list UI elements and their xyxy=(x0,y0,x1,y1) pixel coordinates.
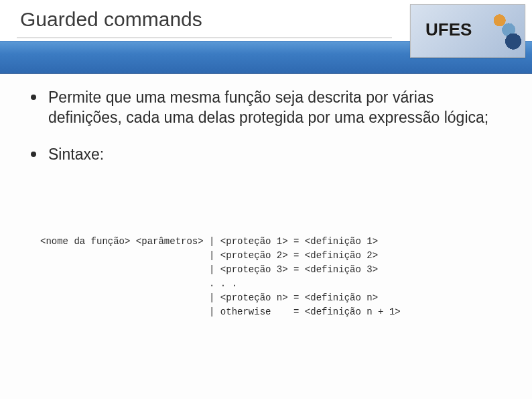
logo-image: UFES xyxy=(410,4,525,58)
slide: Guarded commands UFES Permite que uma me… xyxy=(0,0,532,399)
slide-content: Permite que uma mesma função seja descri… xyxy=(27,87,505,180)
code-block: <nome da função> <parâmetros> | <proteçã… xyxy=(40,235,401,319)
list-item: Permite que uma mesma função seja descri… xyxy=(27,87,505,128)
list-item: Sintaxe: xyxy=(27,144,505,164)
logo-text: UFES xyxy=(425,19,472,40)
slide-header: Guarded commands UFES xyxy=(0,0,532,72)
bullet-text: Permite que uma mesma função seja descri… xyxy=(48,89,488,126)
title-underline xyxy=(17,38,392,38)
slide-title: Guarded commands xyxy=(20,8,202,31)
bullet-list: Permite que uma mesma função seja descri… xyxy=(27,87,505,164)
bullet-text: Sintaxe: xyxy=(48,146,104,163)
